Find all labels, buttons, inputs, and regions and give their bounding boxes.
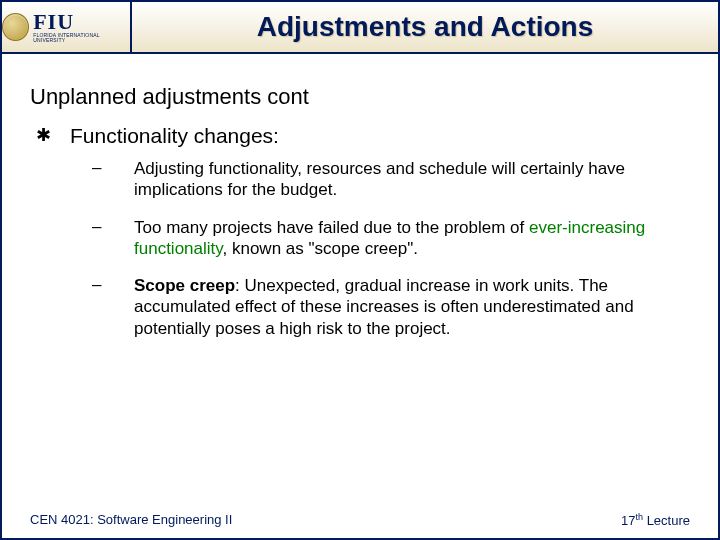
logo-acronym: FIU — [33, 11, 130, 33]
bullet-item: ✱ Functionality changes: — [30, 124, 690, 148]
footer-left: CEN 4021: Software Engineering II — [30, 512, 232, 528]
university-seal-icon — [2, 13, 29, 41]
list-item: – Adjusting functionality, resources and… — [92, 158, 682, 201]
section-heading: Unplanned adjustments cont — [30, 84, 690, 110]
sub-item-c: Scope creep: Unexpected, gradual increas… — [134, 275, 682, 339]
slide-title: Adjustments and Actions — [257, 11, 594, 43]
dash-icon: – — [92, 217, 134, 237]
dash-icon: – — [92, 158, 134, 178]
dash-icon: – — [92, 275, 134, 295]
slide-body: Unplanned adjustments cont ✱ Functionali… — [2, 54, 718, 339]
sub-b-pre: Too many projects have failed due to the… — [134, 218, 529, 237]
logo-text: FIU FLORIDA INTERNATIONAL UNIVERSITY — [33, 11, 130, 43]
sub-c-term: Scope creep — [134, 276, 235, 295]
sub-item-a: Adjusting functionality, resources and s… — [134, 158, 682, 201]
logo-full-name: FLORIDA INTERNATIONAL UNIVERSITY — [33, 33, 130, 43]
sub-bullet-list: – Adjusting functionality, resources and… — [30, 158, 690, 339]
lecture-number: 17 — [621, 513, 635, 528]
bullet-asterisk-icon: ✱ — [30, 124, 70, 146]
slide-footer: CEN 4021: Software Engineering II 17th L… — [2, 512, 718, 528]
title-container: Adjustments and Actions — [132, 2, 718, 52]
lecture-ordinal: th — [636, 512, 644, 522]
logo-box: FIU FLORIDA INTERNATIONAL UNIVERSITY — [2, 2, 132, 52]
lecture-label: Lecture — [643, 513, 690, 528]
list-item: – Scope creep: Unexpected, gradual incre… — [92, 275, 682, 339]
bullet-label: Functionality changes: — [70, 124, 690, 148]
slide-header: FIU FLORIDA INTERNATIONAL UNIVERSITY Adj… — [2, 2, 718, 54]
sub-b-post: , known as "scope creep". — [223, 239, 418, 258]
list-item: – Too many projects have failed due to t… — [92, 217, 682, 260]
footer-right: 17th Lecture — [621, 512, 690, 528]
sub-item-b: Too many projects have failed due to the… — [134, 217, 682, 260]
